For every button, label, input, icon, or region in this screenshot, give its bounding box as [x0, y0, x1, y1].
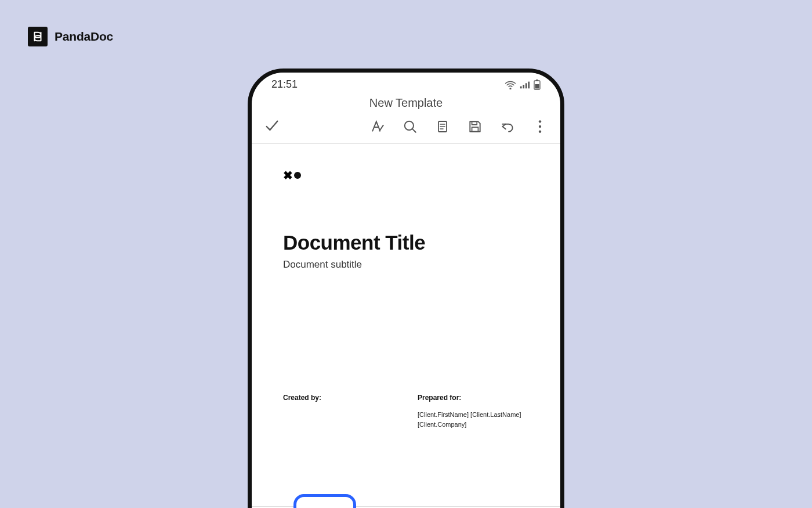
document-subtitle[interactable]: Document subtitle — [283, 259, 529, 271]
dot-icon — [294, 172, 301, 179]
svg-point-11 — [539, 120, 541, 123]
svg-rect-1 — [523, 85, 524, 88]
brand-mark-icon — [28, 27, 48, 46]
image-edit-tool[interactable] — [293, 494, 356, 508]
brand-logo: PandaDoc — [28, 27, 113, 46]
brand-name: PandaDoc — [55, 30, 113, 44]
flower-icon: ✖ — [283, 170, 293, 181]
svg-rect-3 — [528, 81, 530, 88]
phone-frame: 21:51 New Template — [248, 69, 564, 508]
text-style-button[interactable] — [369, 118, 386, 135]
svg-point-12 — [539, 125, 541, 128]
wifi-icon — [505, 80, 516, 89]
svg-rect-9 — [472, 121, 477, 124]
svg-point-13 — [539, 131, 541, 133]
svg-rect-6 — [535, 84, 539, 89]
document-canvas[interactable]: ✖ Document Title Document subtitle Creat… — [252, 144, 560, 429]
screen-title-bar: New Template — [252, 93, 560, 113]
confirm-button[interactable] — [263, 118, 281, 135]
top-toolbar — [252, 113, 560, 144]
undo-button[interactable] — [499, 118, 516, 135]
reader-button[interactable] — [434, 118, 451, 135]
search-button[interactable] — [401, 118, 419, 135]
document-logo-mark: ✖ — [283, 170, 529, 181]
document-title[interactable]: Document Title — [283, 231, 529, 254]
svg-rect-0 — [520, 86, 522, 88]
status-time: 21:51 — [271, 78, 298, 91]
more-button[interactable] — [531, 118, 549, 135]
prepared-for-name[interactable]: [Client.FirstName] [Client.LastName] — [418, 410, 529, 420]
created-by-label: Created by: — [283, 394, 394, 402]
svg-rect-2 — [525, 83, 527, 88]
prepared-for-label: Prepared for: — [418, 394, 529, 402]
signal-icon — [520, 80, 530, 89]
svg-rect-10 — [472, 127, 478, 132]
prepared-for-company[interactable]: [Client.Company] — [418, 420, 529, 430]
document-meta: Created by: Prepared for: [Client.FirstN… — [283, 394, 529, 429]
created-by-block: Created by: — [283, 394, 394, 429]
save-button[interactable] — [466, 118, 484, 135]
prepared-for-block: Prepared for: [Client.FirstName] [Client… — [418, 394, 529, 429]
battery-icon — [534, 80, 541, 90]
screen-title: New Template — [252, 96, 560, 110]
status-bar: 21:51 — [252, 73, 560, 93]
